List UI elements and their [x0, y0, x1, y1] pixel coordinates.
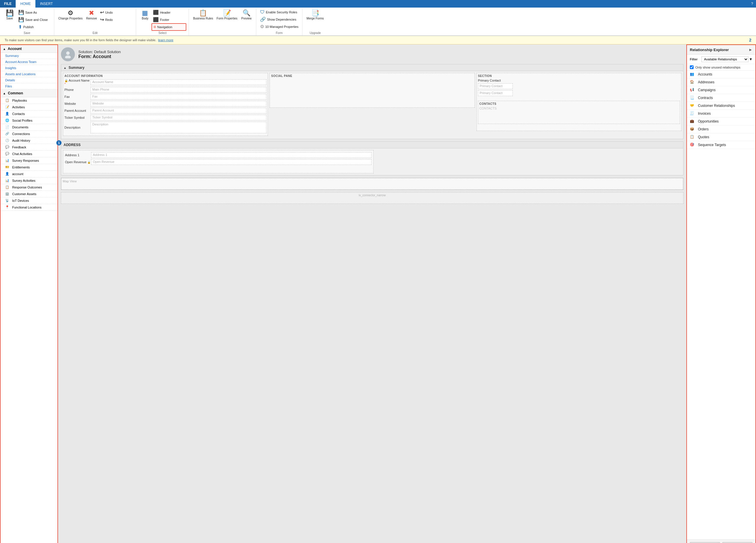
- ticker-symbol-input[interactable]: Ticker Symbol: [91, 115, 266, 120]
- center-canvas: Solution: Default Solution Form: Account…: [58, 44, 686, 543]
- nav-item-survey-responses[interactable]: 📊 Survey Responses: [1, 157, 57, 164]
- primary-contact-input-2[interactable]: Primary Contact: [478, 90, 513, 96]
- right-panel-expand-icon[interactable]: ►: [748, 47, 753, 52]
- nav-item-playbooks[interactable]: 📋 Playbooks: [1, 97, 57, 104]
- open-revenue-input[interactable]: Open Revenue: [91, 159, 371, 165]
- footer-icon: ⬛: [153, 17, 159, 22]
- list-item[interactable]: 🏠 Addresses: [687, 78, 755, 86]
- save-button[interactable]: 💾 Save: [2, 9, 17, 21]
- help-icon[interactable]: ?: [748, 0, 756, 8]
- list-item[interactable]: 🧾 Invoices: [687, 110, 755, 118]
- managed-props-label: 10 Managed Properties: [265, 25, 298, 28]
- managed-properties-button[interactable]: ⚙ 10 Managed Properties: [259, 23, 300, 30]
- list-item[interactable]: 🎯 Sequence Targets: [687, 141, 755, 149]
- social-pane-col: SOCIAL PANE: [270, 73, 474, 137]
- footer-button[interactable]: ⬛ Footer: [151, 16, 186, 23]
- edit-group-label: Edit: [57, 31, 133, 35]
- nav-item-details[interactable]: Details: [1, 77, 57, 83]
- navigation-button[interactable]: ≡ Navigation: [151, 23, 186, 31]
- save-close-button[interactable]: 💾 Save and Close: [17, 16, 52, 23]
- remove-button[interactable]: ✖ Remove: [84, 9, 99, 21]
- unused-relationships-checkbox[interactable]: [690, 65, 694, 69]
- account-section-title: ▲ Account: [1, 45, 57, 53]
- header-button[interactable]: ⬛ Header: [151, 9, 186, 16]
- tab-insert[interactable]: INSERT: [35, 0, 57, 8]
- nav-item-entitlements[interactable]: 🎫 Entitlements: [1, 164, 57, 171]
- fax-label: Fax: [64, 95, 91, 98]
- activities-icon: 📝: [5, 105, 10, 109]
- nav-item-iot-devices[interactable]: 📡 IoT Devices: [1, 197, 57, 204]
- filter-select[interactable]: Available Relationships All Relationship…: [701, 56, 748, 62]
- nav-item-functional-locations[interactable]: 📍 Functional Locations: [1, 204, 57, 211]
- nav-item-response-outcomes[interactable]: 📋 Response Outcomes: [1, 184, 57, 191]
- show-dependencies-button[interactable]: 🔗 Show Dependencies: [259, 16, 300, 23]
- fax-input[interactable]: Fax: [91, 94, 266, 100]
- preview-icon: 🔍: [243, 10, 250, 16]
- nav-item-contacts[interactable]: 👤 Contacts: [1, 111, 57, 117]
- tab-home[interactable]: HOME: [16, 0, 35, 8]
- nav-item-documents[interactable]: 📄 Documents: [1, 124, 57, 131]
- nav-item-feedback[interactable]: 💬 Feedback: [1, 144, 57, 151]
- notification-bar: To make sure visitors can find your item…: [0, 36, 756, 44]
- list-item[interactable]: 💼 Opportunities: [687, 118, 755, 125]
- address1-label: Address 1: [65, 153, 91, 157]
- summary-triangle-icon: ▲: [64, 66, 66, 69]
- filter-dropdown-icon: ▼: [749, 57, 753, 61]
- avatar-icon: [64, 50, 72, 58]
- list-item[interactable]: 🤝 Customer Relationships: [687, 102, 755, 110]
- phone-label: Phone: [64, 88, 91, 91]
- documents-icon: 📄: [5, 125, 10, 129]
- notification-link[interactable]: learn more: [158, 38, 174, 42]
- description-input[interactable]: Description: [91, 122, 266, 133]
- list-item[interactable]: 📋 Quotes: [687, 133, 755, 141]
- nav-item-social-profiles[interactable]: 🌐 Social Profiles: [1, 117, 57, 124]
- audit-history-icon: 🕐: [5, 138, 10, 142]
- nav-item-customer-assets[interactable]: 🏢 Customer Assets: [1, 191, 57, 197]
- undo-icon: ↩: [100, 10, 104, 15]
- merge-forms-button[interactable]: 📑 Merge Forms: [305, 9, 325, 21]
- address1-input[interactable]: Address 1: [91, 152, 371, 158]
- primary-contact-header-label: Primary Contact: [478, 79, 504, 82]
- body-button[interactable]: ▦ Body: [138, 9, 151, 21]
- change-properties-button[interactable]: ⚙ Change Properties: [57, 9, 84, 21]
- list-item[interactable]: 📢 Campaigns: [687, 86, 755, 94]
- list-item[interactable]: 📃 Contracts: [687, 94, 755, 102]
- nav-item-insights[interactable]: Insights: [1, 65, 57, 71]
- nav-item-activities[interactable]: 📝 Activities: [1, 104, 57, 111]
- business-rules-button[interactable]: 📋 Business Rules: [191, 9, 215, 21]
- account-name-input[interactable]: Account Name: [91, 79, 266, 85]
- undo-button[interactable]: ↩ Undo: [99, 9, 133, 16]
- nav-item-survey-activities[interactable]: 📊 Survey Activities: [1, 177, 57, 184]
- save-as-button[interactable]: 💾 Save As: [17, 9, 52, 16]
- ribbon-body: 💾 Save 💾 Save As 💾 Save and Close ⬆ Publ…: [0, 8, 756, 36]
- nav-item-audit-history[interactable]: 🕐 Audit History: [1, 137, 57, 144]
- nav-item-files[interactable]: Files: [1, 83, 57, 89]
- nav-item-assets-locations[interactable]: Assets and Locations: [1, 71, 57, 77]
- tab-file[interactable]: FILE: [0, 0, 16, 8]
- phone-input[interactable]: Main Phone: [91, 87, 266, 93]
- response-outcomes-icon: 📋: [5, 185, 10, 189]
- solution-label: Solution: Default Solution: [78, 50, 121, 54]
- redo-button[interactable]: ↪ Redo: [99, 16, 133, 23]
- nav-item-chat-activities[interactable]: 💬 Chat Activities: [1, 151, 57, 157]
- form-properties-button[interactable]: 📝 Form Properties: [215, 9, 239, 21]
- nav-item-account-access-team[interactable]: Account Access Team: [1, 59, 57, 65]
- list-item[interactable]: 📦 Orders: [687, 125, 755, 133]
- form-properties-icon: 📝: [223, 10, 231, 16]
- change-props-label: Change Properties: [58, 17, 82, 20]
- iot-devices-icon: 📡: [5, 198, 10, 203]
- addresses-rel-icon: 🏠: [690, 80, 696, 84]
- nav-item-account[interactable]: 👤 account: [1, 171, 57, 177]
- preview-button[interactable]: 🔍 Preview: [239, 9, 254, 21]
- list-item[interactable]: 👥 Accounts: [687, 71, 755, 78]
- primary-contact-input-1[interactable]: Primary Contact: [478, 83, 513, 89]
- open-revenue-label: Open Revenue 🔒: [65, 160, 91, 164]
- publish-button[interactable]: ⬆ Publish: [17, 23, 52, 30]
- account-info-title: ACCOUNT INFORMATION: [64, 74, 266, 77]
- nav-item-summary[interactable]: Summary: [1, 53, 57, 59]
- left-nav: ▲ Account Summary Account Access Team In…: [0, 44, 58, 543]
- nav-item-connections[interactable]: 🔗 Connections: [1, 131, 57, 137]
- enable-security-button[interactable]: 🛡 Enable Security Roles: [259, 9, 300, 16]
- website-input[interactable]: Website: [91, 101, 266, 107]
- parent-account-input[interactable]: Parent Account: [91, 108, 266, 113]
